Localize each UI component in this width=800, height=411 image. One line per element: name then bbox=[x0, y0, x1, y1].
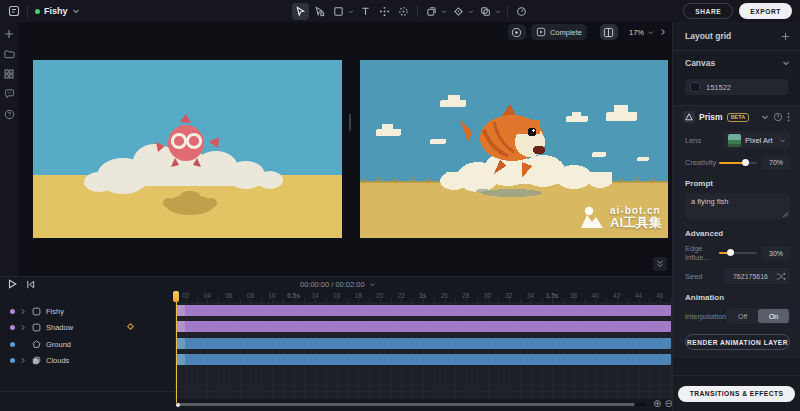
add-icon[interactable] bbox=[3, 28, 15, 40]
dotted-move-icon bbox=[379, 6, 390, 17]
text-tool-button[interactable] bbox=[357, 3, 374, 20]
timeline: 00:00:00 / 00:02:00 02040608100.5s141618… bbox=[0, 276, 672, 411]
prism-help-icon[interactable] bbox=[773, 112, 783, 122]
app-window: Fishy bbox=[0, 0, 800, 411]
chevron-right-icon[interactable] bbox=[660, 28, 666, 36]
project-menu[interactable]: Fishy bbox=[35, 6, 80, 16]
prism-more-icon[interactable] bbox=[787, 112, 790, 122]
sparkle-frame-icon bbox=[536, 27, 546, 37]
layer-row-clouds[interactable]: Clouds bbox=[0, 353, 175, 367]
timeline-tracks[interactable] bbox=[175, 302, 672, 399]
prompt-textarea[interactable]: a flying fish bbox=[685, 193, 790, 219]
creativity-value[interactable]: 70% bbox=[762, 155, 790, 170]
duplicate-tool-caret-icon[interactable] bbox=[441, 9, 447, 14]
edge-influence-value[interactable]: 30% bbox=[762, 246, 790, 261]
layer-type-icon bbox=[32, 307, 41, 316]
frame-icon bbox=[333, 6, 344, 17]
node-select-tool-button[interactable] bbox=[311, 3, 328, 20]
edge-influence-label: Edge Influe... bbox=[685, 244, 719, 262]
canvas-collapse-button[interactable] bbox=[782, 60, 790, 66]
interpolation-on-button[interactable]: On bbox=[758, 309, 789, 323]
transitions-effects-button[interactable]: TRANSITIONS & EFFECTS bbox=[678, 386, 796, 402]
layer-name: Fishy bbox=[46, 307, 64, 316]
boolean-tool-caret-icon[interactable] bbox=[495, 9, 501, 14]
playhead-handle[interactable] bbox=[173, 291, 179, 302]
layer-expand-chevron-icon[interactable] bbox=[20, 357, 27, 364]
effects-tool-button[interactable] bbox=[450, 3, 467, 20]
playhead-line bbox=[176, 291, 177, 403]
share-button[interactable]: SHARE bbox=[683, 3, 733, 19]
track-bar-ground[interactable] bbox=[176, 338, 671, 349]
scrollbar-thumb[interactable] bbox=[634, 403, 648, 406]
collapse-panel-button[interactable] bbox=[653, 257, 667, 271]
ruler-label: 44 bbox=[627, 291, 649, 302]
pages-panel-button[interactable] bbox=[600, 24, 618, 40]
animation-label: Animation bbox=[673, 287, 800, 305]
lens-dropdown[interactable]: Pixel Art bbox=[724, 131, 790, 149]
layer-color-dot bbox=[10, 358, 15, 363]
time-display[interactable]: 00:00:00 / 00:02:00 bbox=[300, 277, 376, 291]
folder-icon[interactable] bbox=[3, 48, 15, 60]
move-tool-button[interactable] bbox=[376, 3, 393, 20]
frame-tool-button[interactable] bbox=[330, 3, 347, 20]
layer-expand-chevron-icon[interactable] bbox=[20, 308, 27, 315]
chevron-down-icon bbox=[72, 8, 80, 14]
comments-icon[interactable] bbox=[3, 88, 15, 100]
layer-row-fishy[interactable]: Fishy bbox=[0, 304, 175, 318]
shuffle-icon[interactable] bbox=[776, 272, 786, 281]
lens-value: Pixel Art bbox=[745, 136, 775, 145]
canvas-color-hex: 151522 bbox=[706, 83, 731, 92]
layer-color-dot bbox=[10, 309, 15, 314]
edge-influence-slider[interactable] bbox=[719, 248, 757, 258]
select-tool-button[interactable] bbox=[292, 3, 309, 20]
export-button[interactable]: EXPORT bbox=[739, 3, 792, 19]
duplicate-tool-button[interactable] bbox=[423, 3, 440, 20]
beta-badge: BETA bbox=[727, 113, 750, 122]
double-chevron-down-icon bbox=[656, 260, 664, 268]
play-button[interactable] bbox=[8, 279, 17, 289]
boolean-tool-button[interactable] bbox=[477, 3, 494, 20]
ruler-label: 42 bbox=[606, 291, 628, 302]
prism-collapse-button[interactable] bbox=[761, 114, 769, 120]
timeline-scrollbar[interactable] bbox=[176, 403, 648, 406]
interpolation-off-button[interactable]: Off bbox=[727, 309, 758, 323]
timeline-ruler[interactable]: 02040608100.5s14161820221s26283032341.5s… bbox=[175, 291, 672, 302]
creativity-slider[interactable] bbox=[719, 158, 757, 168]
frame-tool-caret-icon[interactable] bbox=[348, 9, 354, 14]
track-bar-shadow[interactable] bbox=[176, 321, 671, 332]
add-layout-grid-button[interactable] bbox=[781, 32, 790, 41]
render-animation-layer-button[interactable]: RENDER ANIMATION LAYER bbox=[685, 334, 790, 350]
canvas-color-field[interactable]: 151522 bbox=[685, 79, 788, 95]
artboard-gap-handle[interactable] bbox=[349, 114, 351, 131]
watermark: ai-bot.cn AI工具集 bbox=[579, 206, 662, 230]
timer-tool-button[interactable] bbox=[513, 3, 530, 20]
seed-input[interactable]: 762175616 bbox=[724, 268, 790, 284]
track-bar-fishy[interactable] bbox=[176, 305, 671, 316]
layer-row-shadow[interactable]: Shadow bbox=[0, 320, 175, 334]
assets-icon[interactable] bbox=[3, 68, 15, 80]
cursor-icon bbox=[295, 6, 306, 17]
layout-grid-title: Layout grid bbox=[685, 31, 731, 41]
layer-row-ground[interactable]: Ground bbox=[0, 337, 175, 351]
complete-button[interactable]: Complete bbox=[531, 24, 587, 40]
app-logo-icon[interactable] bbox=[8, 5, 20, 17]
ruler-label: 0.5s bbox=[283, 291, 305, 302]
timeline-zoom-in-button[interactable]: ⊕ bbox=[653, 399, 661, 409]
effects-tool-caret-icon[interactable] bbox=[468, 9, 474, 14]
help-icon[interactable] bbox=[3, 108, 15, 120]
artboard-render[interactable]: ai-bot.cn AI工具集 bbox=[360, 60, 668, 238]
zoom-level-dropdown[interactable]: 17% bbox=[629, 28, 654, 37]
canvas-controls: Complete 17% bbox=[508, 24, 666, 40]
layer-expand-chevron-icon[interactable] bbox=[20, 324, 27, 331]
skip-to-start-button[interactable] bbox=[26, 280, 35, 289]
artboard-source[interactable] bbox=[33, 60, 342, 238]
ruler-label: 20 bbox=[369, 291, 391, 302]
layer-type-icon bbox=[32, 340, 41, 349]
rotate-tool-button[interactable] bbox=[395, 3, 412, 20]
ruler-label: 30 bbox=[477, 291, 499, 302]
track-bar-clouds[interactable] bbox=[176, 354, 671, 365]
ruler-label: 04 bbox=[197, 291, 219, 302]
resize-grip[interactable] bbox=[783, 212, 788, 217]
keyframe-indicator-icon[interactable] bbox=[127, 323, 134, 330]
preview-button[interactable] bbox=[508, 24, 526, 40]
